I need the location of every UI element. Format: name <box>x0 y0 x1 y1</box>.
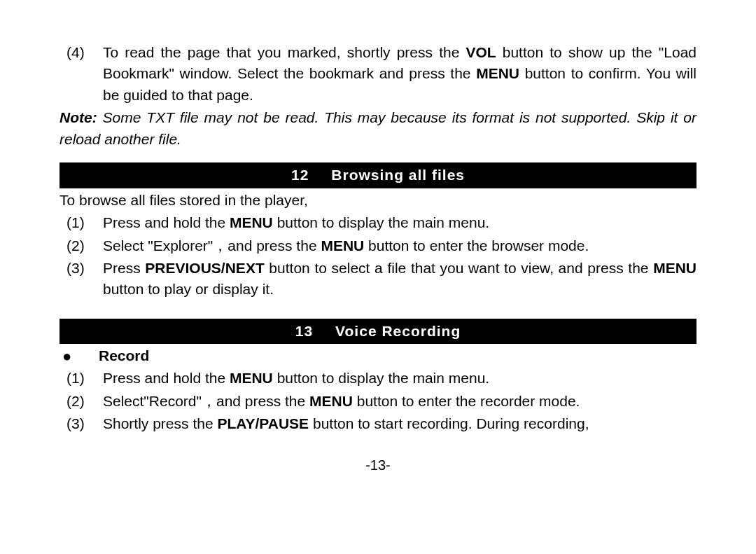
menu-label: MENU <box>476 65 519 81</box>
s13-item-2: (2) Select"Record"，and press the MENU bu… <box>59 391 696 412</box>
list-number: (4) <box>59 42 103 106</box>
note-paragraph: Note: Some TXT file may not be read. Thi… <box>59 107 696 150</box>
s12-item-2: (2) Select "Explorer"，and press the MENU… <box>59 235 696 256</box>
list-number: (2) <box>59 235 103 256</box>
menu-label: MENU <box>230 214 273 230</box>
subsection-label: Record <box>99 345 149 368</box>
list-body: Press PREVIOUS/NEXT button to select a f… <box>103 258 696 300</box>
section-number: 13 <box>295 321 313 342</box>
section-number: 12 <box>291 165 309 186</box>
text: Press and hold the <box>103 370 230 386</box>
prevnext-label: PREVIOUS/NEXT <box>145 260 264 276</box>
menu-label: MENU <box>321 237 364 254</box>
text: button to start recording. During record… <box>309 415 589 431</box>
text: button to select a file that you want to… <box>265 260 653 276</box>
text: button to display the main menu. <box>273 370 489 386</box>
list-number: (3) <box>59 258 103 300</box>
list-item-4: (4) To read the page that you marked, sh… <box>59 42 696 106</box>
list-number: (3) <box>59 413 103 434</box>
menu-label: MENU <box>653 260 696 276</box>
bullet-icon: ● <box>59 345 99 368</box>
menu-label: MENU <box>309 393 353 409</box>
section-header-12: 12Browsing all files <box>59 162 696 188</box>
list-number: (1) <box>59 368 103 389</box>
text: button to enter the recorder mode. <box>353 393 580 409</box>
section12-intro: To browse all files stored in the player… <box>59 190 696 211</box>
text: To read the page that you marked, shortl… <box>103 44 465 60</box>
spacer <box>59 302 696 314</box>
subsection-record: ● Record <box>59 345 696 368</box>
text: Select"Record"，and press the <box>103 393 309 409</box>
page-number: -13- <box>59 455 696 476</box>
list-body: Select "Explorer"，and press the MENU but… <box>103 235 696 256</box>
list-body: To read the page that you marked, shortl… <box>103 42 696 106</box>
s13-item-3: (3) Shortly press the PLAY/PAUSE button … <box>59 413 696 434</box>
menu-label: MENU <box>230 370 273 386</box>
text: button to play or display it. <box>103 281 274 297</box>
text: Press and hold the <box>103 214 230 230</box>
list-body: Press and hold the MENU button to displa… <box>103 212 696 233</box>
text: Shortly press the <box>103 415 217 431</box>
playpause-label: PLAY/PAUSE <box>217 415 309 431</box>
s12-item-3: (3) Press PREVIOUS/NEXT button to select… <box>59 258 696 300</box>
list-body: Shortly press the PLAY/PAUSE button to s… <box>103 413 696 434</box>
list-body: Press and hold the MENU button to displa… <box>103 368 696 389</box>
s13-item-1: (1) Press and hold the MENU button to di… <box>59 368 696 389</box>
text: Press <box>103 260 145 276</box>
text: button to display the main menu. <box>273 214 489 230</box>
text: button to enter the browser mode. <box>364 237 589 254</box>
section-header-13: 13Voice Recording <box>59 319 696 344</box>
note-lead: Note: <box>59 109 97 125</box>
text: Select "Explorer"，and press the <box>103 237 321 254</box>
section-title: Browsing all files <box>331 167 465 183</box>
manual-page: (4) To read the page that you marked, sh… <box>0 0 756 476</box>
s12-item-1: (1) Press and hold the MENU button to di… <box>59 212 696 233</box>
section-title: Voice Recording <box>335 323 461 339</box>
list-body: Select"Record"，and press the MENU button… <box>103 391 696 412</box>
note-body: Some TXT file may not be read. This may … <box>59 109 696 146</box>
list-number: (2) <box>59 391 103 412</box>
vol-label: VOL <box>465 44 496 60</box>
list-number: (1) <box>59 212 103 233</box>
